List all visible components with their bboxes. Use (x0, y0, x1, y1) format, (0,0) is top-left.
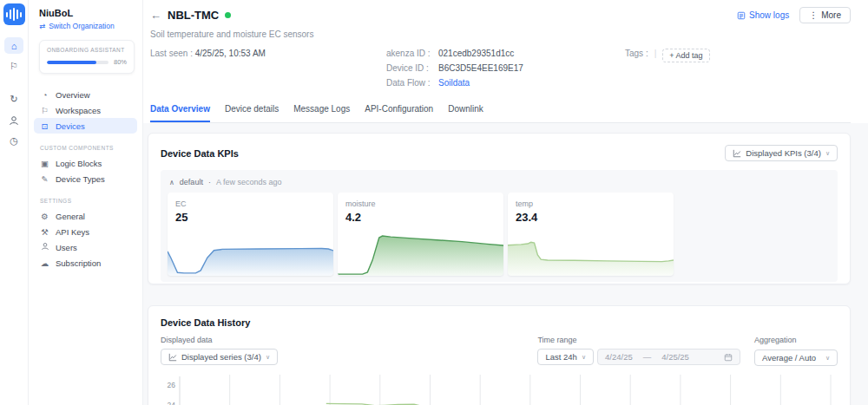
kpi-card-moisture[interactable]: moisture 4.2 (338, 193, 503, 276)
more-button[interactable]: ⋮ More (799, 7, 851, 23)
refresh-icon[interactable]: ↻ (4, 91, 23, 108)
kpi-ec-chart (168, 228, 333, 276)
chevron-down-icon: ∨ (825, 150, 830, 157)
device-id-label: Device ID : (386, 63, 438, 73)
akenza-logo-icon[interactable] (3, 3, 25, 25)
sidebar-item-users[interactable]: Users (34, 239, 137, 255)
kpi-card-title: Device Data KPIs (161, 148, 239, 159)
displayed-series-dropdown[interactable]: Displayed series (3/4) ∨ (161, 349, 278, 365)
app-window: ⌂ ⚐ ↻ ◷ NiuBoL ⇄ Switch Organization ONB… (0, 0, 868, 405)
switch-organization-link[interactable]: ⇄ Switch Organization (34, 22, 137, 30)
device-types-icon: ✎ (40, 174, 49, 184)
kpi-group-panel: ∧ default · A few seconds ago EC 25 mois… (161, 170, 838, 282)
chart-icon (733, 149, 741, 158)
chart-icon (168, 353, 177, 362)
akenza-id-value: 021cedb29351d1cc (438, 49, 514, 58)
onboarding-assistant-card[interactable]: ONBOARDING ASSISTANT 80% (39, 40, 135, 74)
kpi-group-name: default (180, 178, 203, 186)
icon-rail: ⌂ ⚐ ↻ ◷ (0, 0, 29, 405)
clock-icon[interactable]: ◷ (4, 133, 23, 149)
dot-separator: · (208, 178, 211, 186)
section-custom-components: CUSTOM COMPONENTS (40, 145, 137, 151)
time-range-label: Time range (537, 336, 740, 344)
tab-api-configuration[interactable]: API-Configuration (365, 104, 433, 122)
overview-icon: ◔ (40, 90, 49, 100)
logs-icon (737, 11, 746, 20)
kpi-card-ec[interactable]: EC 25 (168, 193, 333, 276)
user-icon[interactable] (4, 112, 23, 128)
sidebar: NiuBoL ⇄ Switch Organization ONBOARDING … (29, 0, 143, 405)
sidebar-item-general[interactable]: ⚙ General (34, 208, 137, 224)
svg-text:26: 26 (168, 381, 176, 389)
device-tabs: Data Overview Device details Message Log… (150, 104, 851, 123)
device-info-row: Last seen : 4/25/25, 10:53 AM akenza ID … (150, 49, 851, 93)
chevron-down-icon: ∨ (582, 354, 586, 361)
tab-downlink[interactable]: Downlink (448, 104, 483, 122)
tab-device-details[interactable]: Device details (225, 104, 279, 122)
device-data-history-card: Device Data History Displayed data Displ… (148, 305, 851, 405)
kpi-moisture-label: moisture (345, 199, 503, 208)
aggregation-select[interactable]: Average / Auto ∨ (754, 349, 838, 366)
kpi-moisture-value: 4.2 (345, 211, 503, 224)
svg-text:24: 24 (168, 401, 176, 405)
content-area: Device Data KPIs Displayed KPIs (3/4) ∨ … (143, 123, 868, 405)
sidebar-item-workspaces[interactable]: ⚐ Workspaces (34, 102, 137, 118)
sidebar-nav: ◔ Overview ⚐ Workspaces ⊡ Devices CUSTOM… (34, 87, 137, 271)
main-area: ← NBL-TMC Show logs ⋮ More Soil temperat… (143, 0, 868, 405)
kpi-moisture-chart (338, 228, 503, 276)
logic-blocks-icon: ▣ (40, 159, 49, 168)
online-status-dot (225, 12, 231, 18)
collapse-icon[interactable]: ∧ (169, 179, 174, 186)
displayed-kpis-dropdown[interactable]: Displayed KPIs (3/4) ∨ (725, 145, 838, 161)
assistant-label: ONBOARDING ASSISTANT (47, 47, 127, 53)
device-name: NBL-TMC (168, 9, 219, 22)
sidebar-item-device-types[interactable]: ✎ Device Types (34, 171, 137, 186)
tags-label: Tags : (625, 49, 648, 58)
time-range-select[interactable]: Last 24h ∨ (537, 349, 594, 365)
last-seen-label: Last seen : (150, 49, 193, 58)
kebab-icon: ⋮ (809, 10, 818, 20)
device-description: Soil temperature and moisture EC sensors (150, 29, 851, 39)
sidebar-item-subscription[interactable]: ☁ Subscription (34, 255, 137, 271)
aggregation-label: Aggregation (754, 336, 838, 344)
show-logs-link[interactable]: Show logs (737, 10, 789, 20)
progress-bar (47, 61, 108, 64)
sidebar-item-api-keys[interactable]: ⚒ API Keys (34, 224, 137, 239)
last-seen-value: 4/25/25, 10:53 AM (195, 49, 266, 58)
data-flow-link[interactable]: Soildata (438, 78, 470, 88)
tab-message-logs[interactable]: Message Logs (293, 104, 350, 122)
data-flow-label: Data Flow : (386, 78, 438, 88)
device-data-kpis-card: Device Data KPIs Displayed KPIs (3/4) ∨ … (148, 133, 851, 284)
workspaces-icon: ⚐ (40, 106, 49, 115)
users-icon (40, 242, 49, 252)
tab-data-overview[interactable]: Data Overview (150, 104, 210, 122)
progress-fill (47, 61, 96, 64)
add-tag-button[interactable]: + Add tag (662, 49, 709, 62)
sidebar-item-overview[interactable]: ◔ Overview (34, 87, 137, 102)
device-header: ← NBL-TMC Show logs ⋮ More Soil temperat… (143, 0, 868, 123)
calendar-icon (724, 353, 733, 362)
displayed-data-label: Displayed data (161, 336, 537, 344)
api-keys-icon: ⚒ (40, 227, 49, 237)
history-chart[interactable]: 262422 (161, 375, 838, 405)
chevron-down-icon: ∨ (266, 354, 270, 361)
sidebar-item-devices[interactable]: ⊡ Devices (34, 118, 137, 134)
kpi-temp-chart (508, 228, 674, 276)
date-range-input[interactable]: 4/24/25 — 4/25/25 (597, 349, 740, 365)
date-range-separator: — (643, 352, 652, 362)
devices-icon: ⊡ (40, 121, 49, 131)
kpi-ec-value: 25 (175, 211, 333, 224)
history-card-title: Device Data History (161, 317, 838, 328)
kpi-card-temp[interactable]: temp 23.4 (508, 193, 674, 276)
org-name: NiuBoL (34, 8, 137, 18)
gear-icon: ⚙ (40, 212, 49, 221)
section-settings: SETTINGS (40, 198, 137, 204)
flag-icon[interactable]: ⚐ (4, 58, 23, 75)
date-to: 4/25/25 (661, 352, 689, 362)
tags-separator: | (654, 49, 657, 58)
kpi-temp-label: temp (516, 199, 674, 208)
sidebar-item-logic-blocks[interactable]: ▣ Logic Blocks (34, 155, 137, 171)
akenza-id-label: akenza ID : (386, 49, 438, 58)
home-icon[interactable]: ⌂ (4, 37, 23, 54)
back-arrow-icon[interactable]: ← (150, 9, 161, 22)
